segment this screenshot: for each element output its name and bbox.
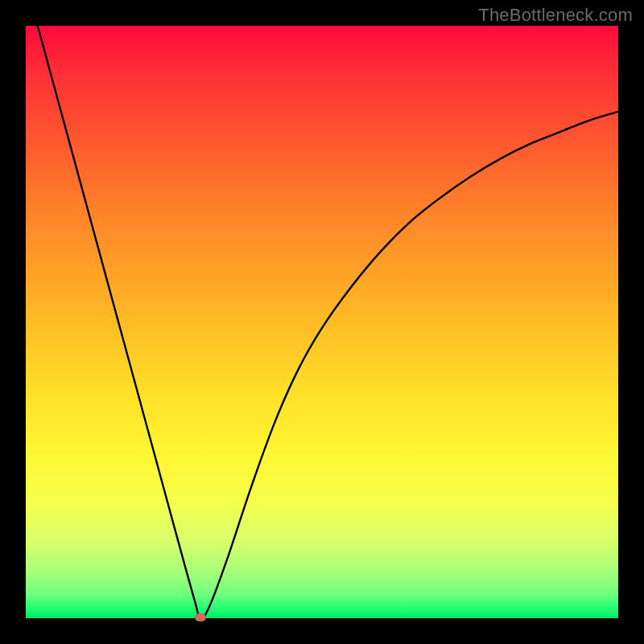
outer-frame: TheBottleneck.com [0, 0, 644, 644]
optimum-marker [195, 613, 206, 621]
plot-area [26, 26, 618, 618]
bottleneck-curve [26, 26, 618, 618]
watermark-text: TheBottleneck.com [478, 5, 633, 26]
